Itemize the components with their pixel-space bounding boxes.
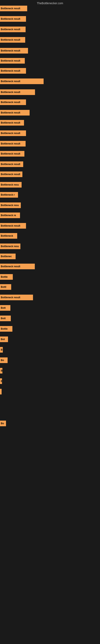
bottleneck-bar: Bot [0, 336, 8, 342]
bottleneck-bar: Bott [0, 316, 11, 321]
site-title: TheBottlenecker.com [0, 2, 100, 5]
bottleneck-label: Bottleneck result [1, 173, 20, 176]
bottleneck-label: Bottleneck result [1, 163, 20, 166]
bottleneck-label: Bottleneck result [1, 101, 20, 104]
bottleneck-bar: Bottleneck result [0, 48, 28, 54]
bottleneck-bar: Bottleneck result [0, 172, 22, 177]
bottleneck-bar: B [0, 368, 2, 374]
bottleneck-label: Bottleneck result [1, 59, 20, 62]
bottleneck-bar: Bottl [0, 284, 11, 290]
bottleneck-bar: Bo [0, 358, 8, 363]
bottleneck-bar: Bottleneck re [0, 212, 20, 218]
bottleneck-label: Bot [1, 338, 5, 341]
bottleneck-bar: B [0, 347, 3, 352]
bottleneck-bar: Bottleneck resu [0, 182, 22, 188]
bottleneck-label: Bottle [1, 276, 8, 278]
bottleneck-label: Bottleneck result [1, 296, 20, 299]
bottleneck-bar: Bottleneck result [0, 6, 27, 11]
bottleneck-label: Bottleneck result [1, 70, 20, 72]
bottleneck-bar: Bottleneck result [0, 141, 26, 146]
bottleneck-bar: Bottleneck result [0, 26, 26, 32]
bottleneck-bar: Bottleneck result [0, 130, 26, 136]
bottleneck-bar: Bottleneck result [0, 16, 26, 22]
bottleneck-bar: Bottleneck result [0, 100, 26, 105]
bottleneck-label: Bottleneck resu [1, 245, 19, 248]
bottleneck-label: Bottleneck re [1, 214, 16, 217]
bottleneck-bar: Bottle [0, 326, 12, 332]
bottleneck-label: B [1, 369, 2, 372]
bottleneck-bar [0, 389, 1, 394]
bottleneck-label: Bottleneck result [1, 49, 20, 52]
bottleneck-label: Bottleneck result [1, 152, 20, 155]
bottleneck-bar: Bottleneck result [0, 264, 35, 269]
bottleneck-label: Bottlenec [1, 255, 12, 258]
bottleneck-bar: Bottleneck result [0, 89, 35, 95]
bottleneck-bar: Bottleneck r [0, 192, 18, 198]
bottleneck-label: Bottleneck result [1, 265, 20, 268]
bottleneck-label: Bottleneck result [1, 224, 20, 227]
bottleneck-label: Bottleneck result [1, 142, 20, 145]
bottleneck-label: Bo [1, 359, 4, 362]
bottleneck-label: Bottleneck result [1, 38, 20, 41]
bottleneck-bar: Bo [0, 420, 6, 426]
bottleneck-label: Bottle [1, 328, 8, 330]
bottleneck-bar: Bottleneck result [0, 295, 33, 300]
bottleneck-bar: Bottleneck result [0, 68, 26, 74]
bottleneck-bar: B [0, 378, 2, 384]
bottleneck-label: Bottleneck r [1, 194, 15, 196]
bottleneck-label: B [1, 348, 2, 351]
bottleneck-bar: Bottle [0, 274, 13, 280]
bottleneck-bar: Bottlenec [0, 254, 16, 259]
bottleneck-label: Bottl [1, 286, 6, 288]
bottleneck-bar: Bottleneck resu [0, 202, 21, 208]
bottleneck-label: Bottleneck [1, 234, 13, 237]
bottleneck-bar: Bott [0, 305, 10, 311]
bottleneck-label: Bottleneck result [1, 91, 20, 94]
bottleneck-bar: Bottleneck result [0, 58, 25, 64]
bottleneck-label: Bott [1, 317, 6, 320]
bottleneck-label: Bo [1, 422, 4, 425]
bottleneck-label: Bottleneck resu [1, 183, 19, 186]
bottleneck-label: Bottleneck resu [1, 204, 19, 207]
bottleneck-bar: Bottleneck result [0, 37, 25, 43]
bottleneck-label: Bottleneck result [1, 28, 20, 31]
bottleneck-bar: Bottleneck [0, 233, 17, 239]
bottleneck-label: B [1, 380, 2, 382]
bottleneck-bar: Bottleneck result [0, 110, 30, 116]
bottleneck-label: Bottleneck result [1, 132, 20, 135]
bottleneck-label: Bott [1, 306, 6, 309]
bottleneck-bar: Bottleneck result [0, 78, 44, 84]
bottleneck-bar: Bottleneck result [0, 151, 24, 156]
bottleneck-label: Bottleneck result [1, 7, 20, 10]
bottleneck-label: Bottleneck result [1, 80, 20, 83]
bottleneck-label: Bottleneck result [1, 111, 20, 114]
bottleneck-bar: Bottleneck result [0, 120, 24, 126]
bottleneck-label: Bottleneck result [1, 18, 20, 20]
bottleneck-bar: Bottleneck result [0, 223, 26, 228]
bottleneck-label: Bottleneck result [1, 121, 20, 124]
bottleneck-bar: Bottleneck result [0, 162, 23, 167]
bottleneck-bar: Bottleneck resu [0, 244, 20, 249]
